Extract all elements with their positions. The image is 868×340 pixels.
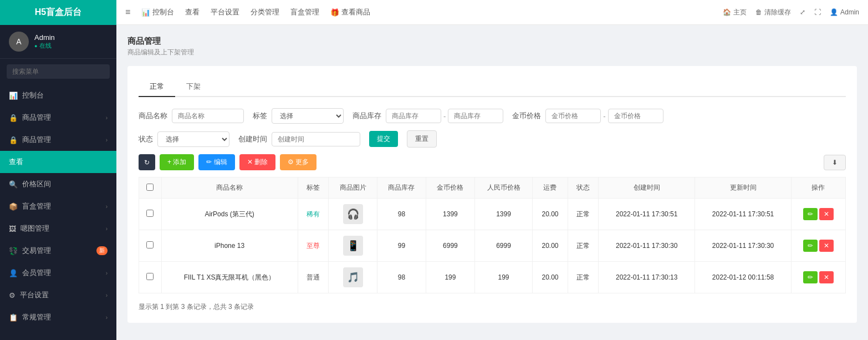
- dashboard-icon: 📊: [9, 92, 18, 100]
- table-body: AirPods (第三代) 稀有 🎧 98 1399 1399 20.00 正常…: [139, 199, 846, 293]
- sidebar-item-label: 商品管理: [22, 135, 51, 145]
- refresh-button[interactable]: ↻: [139, 154, 155, 170]
- topbar-nav: 📊控制台 查看 平台设置 分类管理 盲盒管理 🎁查看商品: [141, 7, 712, 17]
- sidebar-item-blind-box[interactable]: 📦盲盒管理 ›: [0, 195, 116, 217]
- sidebar-item-label: 查看: [9, 157, 23, 167]
- row-shipping: 20.00: [533, 230, 568, 262]
- sidebar-item-image-mgmt[interactable]: 🖼嗯图管理 ›: [0, 217, 116, 240]
- restore-icon[interactable]: ⤢: [800, 8, 805, 16]
- product-thumbnail: 🎵: [343, 267, 363, 287]
- col-name: 商品名称: [161, 177, 298, 199]
- row-actions: ✏ ✕: [791, 262, 845, 293]
- gear-icon: ⚙: [9, 291, 16, 300]
- search-input[interactable]: [7, 64, 110, 79]
- sidebar-item-label: 会员管理: [22, 268, 51, 278]
- delete-row-button[interactable]: ✕: [819, 271, 834, 283]
- product-name-input[interactable]: [172, 109, 244, 123]
- clear-cache-button[interactable]: 🗑清除缓存: [755, 8, 791, 17]
- topbar-nav-dashboard[interactable]: 📊控制台: [141, 7, 174, 17]
- sidebar-user-section: A Admin 在线: [0, 25, 116, 59]
- fullscreen-icon[interactable]: ⛶: [814, 8, 821, 16]
- chevron-icon: ›: [106, 314, 108, 321]
- edit-row-button[interactable]: ✏: [803, 208, 818, 220]
- tab-offline[interactable]: 下架: [175, 77, 212, 97]
- sidebar-item-member-mgmt[interactable]: 👤会员管理 ›: [0, 262, 116, 284]
- export-button[interactable]: ⬇: [824, 155, 846, 170]
- sidebar-item-dashboard[interactable]: 📊控制台: [0, 84, 116, 106]
- topbar-nav-view[interactable]: 查看: [185, 7, 200, 17]
- home-link[interactable]: 🏠主页: [723, 8, 747, 17]
- sidebar-item-product-mgmt[interactable]: 🔒商品管理 ›: [0, 106, 116, 129]
- tag-badge: 普通: [307, 273, 320, 281]
- filter-stock: 商品库存 -: [353, 109, 503, 123]
- row-select-checkbox[interactable]: [146, 210, 154, 217]
- admin-avatar-icon: 👤: [830, 8, 838, 16]
- delete-row-button[interactable]: ✕: [819, 240, 834, 252]
- row-actions: ✏ ✕: [791, 199, 845, 230]
- row-select-checkbox[interactable]: [146, 241, 154, 248]
- tag-badge: 稀有: [307, 210, 320, 218]
- lock-icon: 🔒: [9, 114, 18, 122]
- topbar-nav-category[interactable]: 分类管理: [251, 7, 279, 17]
- price-min-input[interactable]: [545, 109, 601, 123]
- row-image: 📱: [329, 230, 377, 262]
- image-icon: 🖼: [9, 225, 16, 233]
- topbar-nav-viewproducts[interactable]: 🎁查看商品: [330, 7, 370, 17]
- stock-max-input[interactable]: [448, 109, 503, 123]
- row-update-time: 2022-01-11 17:30:30: [695, 230, 792, 262]
- page-header: 商品管理 商品编辑及上下架管理: [127, 36, 857, 57]
- filter-price: 金币价格 -: [512, 109, 663, 123]
- tab-normal[interactable]: 正常: [139, 77, 175, 97]
- sidebar-item-label: 商品管理: [22, 113, 51, 123]
- edit-row-button[interactable]: ✏: [803, 271, 818, 283]
- edit-button[interactable]: ✏ 编辑: [198, 154, 234, 170]
- trash-icon: 🗑: [755, 8, 762, 16]
- row-gold-price: 199: [426, 262, 474, 293]
- sidebar-item-label: 平台设置: [20, 290, 49, 300]
- reset-button[interactable]: 重置: [407, 130, 437, 148]
- price-max-input[interactable]: [608, 109, 663, 123]
- status-select[interactable]: 选择 正常 下架: [157, 131, 229, 147]
- more-button[interactable]: ⚙ 更多: [280, 154, 316, 170]
- sidebar-item-label: 控制台: [22, 90, 44, 100]
- lock2-icon: 🔒: [9, 136, 18, 144]
- sidebar-item-trade-mgmt[interactable]: 💱交易管理 新: [0, 240, 116, 262]
- product-thumbnail: 📱: [343, 236, 363, 256]
- delete-button[interactable]: ✕ 删除: [239, 154, 275, 170]
- sidebar-item-price-range[interactable]: 🔍价格区间: [0, 173, 116, 195]
- menu-toggle-icon[interactable]: ≡: [125, 7, 130, 17]
- row-status: 正常: [568, 262, 598, 293]
- row-select-checkbox[interactable]: [146, 273, 154, 280]
- sidebar-item-goods-mgmt[interactable]: 🔒商品管理 ›: [0, 129, 116, 151]
- sidebar-item-general-mgmt[interactable]: 📋常规管理 ›: [0, 306, 116, 328]
- sidebar-item-label: 盲盒管理: [22, 201, 51, 211]
- status-label: 状态: [139, 134, 153, 144]
- admin-user[interactable]: 👤Admin: [830, 8, 859, 16]
- stock-min-input[interactable]: [386, 109, 441, 123]
- delete-row-button[interactable]: ✕: [819, 208, 834, 220]
- sidebar-nav: 📊控制台 🔒商品管理 › 🔒商品管理 › 查看 🔍价格区间 📦盲盒管理 › 🖼嗯…: [0, 84, 116, 340]
- row-image: 🎧: [329, 199, 377, 230]
- topbar-nav-platform[interactable]: 平台设置: [211, 7, 239, 17]
- tag-select[interactable]: 选择 稀有 至尊 普通: [272, 108, 344, 124]
- user-status: 在线: [34, 42, 55, 50]
- page-title: 商品管理: [127, 36, 857, 47]
- row-status: 正常: [568, 230, 598, 262]
- row-stock: 99: [377, 230, 426, 262]
- table-header-row: 商品名称 标签 商品图片 商品库存 金币价格 人民币价格 运费 状态 创建时间 …: [139, 177, 846, 199]
- status-badge: 正常: [576, 273, 590, 281]
- page-subtitle: 商品编辑及上下架管理: [127, 48, 857, 57]
- create-time-input[interactable]: [272, 132, 360, 146]
- select-all-checkbox[interactable]: [146, 184, 154, 191]
- edit-row-button[interactable]: ✏: [803, 240, 818, 252]
- row-rmb-price: 1399: [474, 199, 532, 230]
- sidebar-item-view[interactable]: 查看: [0, 151, 116, 173]
- filter-create-time: 创建时间: [238, 132, 360, 146]
- sidebar-item-platform-settings[interactable]: ⚙平台设置 ›: [0, 284, 116, 306]
- add-button[interactable]: + 添加: [160, 154, 194, 170]
- topbar-nav-blindbox[interactable]: 盲盒管理: [290, 7, 319, 17]
- submit-button[interactable]: 提交: [369, 131, 398, 147]
- tag-label: 标签: [253, 111, 267, 121]
- stock-label: 商品库存: [353, 111, 381, 121]
- col-update-time: 更新时间: [695, 177, 792, 199]
